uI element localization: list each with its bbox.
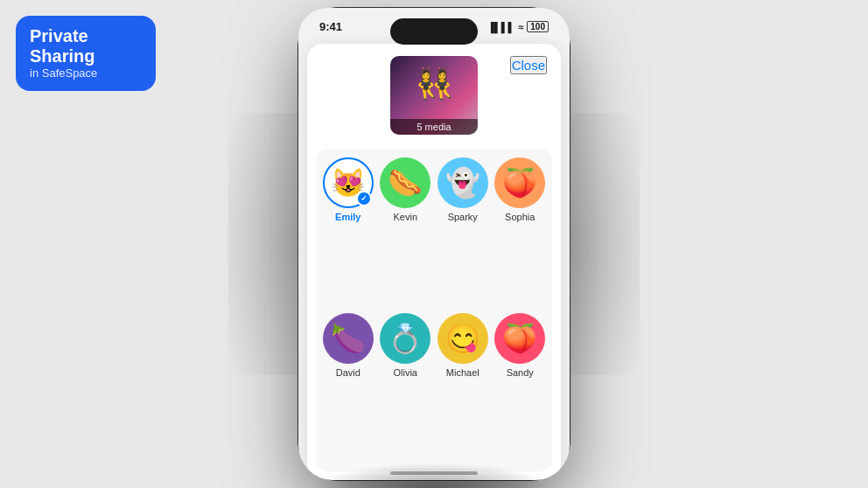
phone-glow-right — [570, 113, 640, 375]
contact-item[interactable]: 🍑Sophia — [494, 157, 548, 308]
contact-name: Olivia — [393, 367, 417, 378]
contact-name: Sophia — [505, 212, 535, 222]
contact-avatar: 💍 — [380, 313, 430, 364]
selected-check-badge: ✓ — [356, 191, 372, 206]
wifi-icon: ≈ — [518, 22, 523, 32]
contact-item[interactable]: 👻Sparky — [436, 157, 490, 308]
phone-glow-left — [228, 113, 298, 375]
contact-avatar: 🌭 — [380, 157, 430, 208]
contact-name: Sandy — [507, 367, 534, 378]
contact-avatar: 😻✓ — [323, 157, 374, 208]
media-preview-section: 5 media Close — [307, 44, 561, 143]
contact-name: David — [336, 367, 360, 378]
contact-item[interactable]: 😻✓Emily — [321, 157, 375, 308]
contact-name: Sparky — [448, 212, 478, 222]
contact-avatar: 👻 — [438, 157, 488, 208]
contact-avatar: 😋 — [438, 313, 488, 364]
contact-item[interactable]: 🍆David — [321, 313, 375, 464]
close-button[interactable]: Close — [510, 56, 547, 74]
contact-item[interactable]: 🍑Sandy — [494, 313, 548, 464]
battery-indicator: 100 — [527, 21, 549, 32]
media-thumbnail[interactable]: 5 media — [390, 56, 478, 135]
contact-avatar: 🍑 — [494, 313, 545, 364]
brand-title: PrivateSharing — [30, 26, 142, 66]
brand-badge: PrivateSharing in SafeSpace — [16, 16, 156, 91]
sharing-card: 5 media Close 😻✓Emily🌭Kevin👻Sparky🍑Sophi… — [307, 44, 561, 480]
contact-name: Emily — [335, 212, 360, 222]
dynamic-island — [390, 18, 478, 45]
contact-avatar: 🍑 — [494, 157, 545, 208]
contact-avatar: 🍆 — [323, 313, 374, 364]
signal-icon: ▐▌▌▌ — [487, 22, 514, 32]
contact-item[interactable]: 🌭Kevin — [379, 157, 433, 308]
screen: 5 media Close 😻✓Emily🌭Kevin👻Sparky🍑Sophi… — [298, 37, 570, 480]
media-count-label: 5 media — [390, 119, 478, 135]
contact-item[interactable]: 💍Olivia — [379, 313, 433, 464]
phone-frame: 9:41 ▐▌▌▌ ≈ 100 5 media Close 😻✓Emily🌭Ke… — [298, 8, 570, 480]
status-time: 9:41 — [319, 20, 342, 33]
contacts-grid: 😻✓Emily🌭Kevin👻Sparky🍑Sophia🍆David💍Olivia… — [316, 149, 552, 471]
contact-item[interactable]: 😋Michael — [436, 313, 490, 464]
contact-name: Michael — [446, 367, 480, 378]
brand-subtitle: in SafeSpace — [30, 66, 142, 80]
home-indicator — [390, 471, 478, 475]
status-icons: ▐▌▌▌ ≈ 100 — [487, 21, 549, 32]
contact-name: Kevin — [393, 212, 417, 222]
